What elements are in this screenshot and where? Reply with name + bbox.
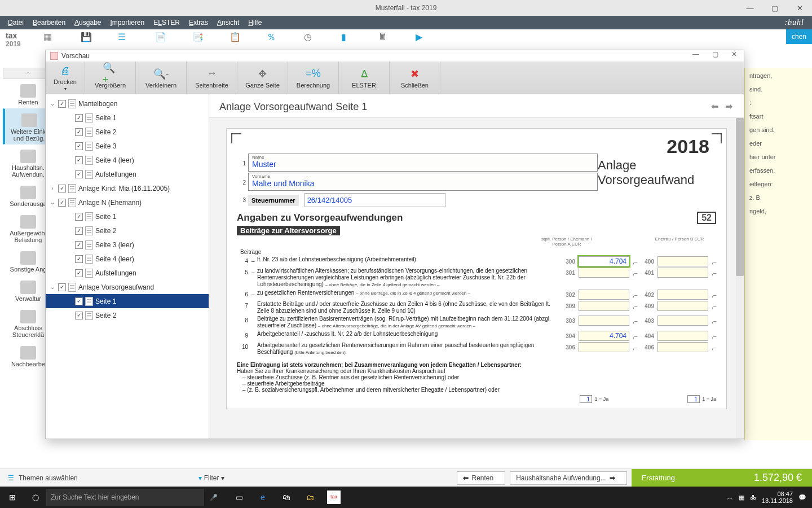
preview-minimize[interactable]: — [686,50,705,62]
anlage-heading: Anlage Vorsorgeaufwand [598,154,716,207]
edge-icon[interactable]: e [256,491,270,504]
tree-row[interactable]: ✓Seite 1 [46,111,209,125]
toolbar-search-button[interactable]: chen [786,29,812,44]
tray-app-icon[interactable]: ▦ [739,494,744,501]
preview-title-icon [50,52,58,60]
store-icon[interactable]: 🛍 [280,491,293,504]
toolbar-icon-percent[interactable]: ％ [267,32,281,44]
tree-row[interactable]: ⌄✓Anlage Vorsorgeaufwand [46,280,209,294]
tree-row[interactable]: ⌄✓Mantelbogen [46,97,209,111]
checkbox-icon[interactable]: ✓ [75,156,83,164]
menu-ausgabe[interactable]: Ausgabe [70,19,105,27]
ptb-full-page[interactable]: ✥Ganze Seite [237,62,288,94]
ptb-print[interactable]: 🖨Drucken▾ [46,62,85,94]
toolbar-icon-doc[interactable]: 📄 [155,32,170,44]
tree-row[interactable]: ✓Seite 2 [46,308,209,322]
checkbox-icon[interactable]: ✓ [75,128,83,136]
checkbox-icon[interactable]: ✓ [75,227,83,235]
maximize-button[interactable]: ▢ [762,0,787,16]
checkbox-icon[interactable]: ✓ [75,312,83,319]
tree-row[interactable]: ✓Seite 4 (leer) [46,252,209,266]
menu-datei[interactable]: Datei [3,19,28,27]
tree-row[interactable]: ✓Aufstellungen [46,167,209,181]
checkbox-icon[interactable]: ✓ [58,283,66,291]
document-wrap: Anlage Vorsorgeaufwand Seite 1 ⬅ ➡ 2018 … [209,94,744,439]
tray-notifications-icon[interactable]: 💬 [798,494,806,501]
amount-cell-a: 4.704 [579,331,629,341]
task-view-icon[interactable]: ▭ [232,491,246,504]
menu-elster[interactable]: ELSTER [149,19,184,27]
toolbar-icon-list[interactable]: ☰ [118,32,133,44]
ptb-calc[interactable]: =%Berechnung [288,62,339,94]
tray-chevron-icon[interactable]: ︿ [727,493,733,502]
tree-row[interactable]: ✓Seite 4 (leer) [46,153,209,167]
tray-network-icon[interactable]: 🖧 [750,494,756,501]
ptb-elster[interactable]: ⵠELSTER [339,62,390,94]
preview-tree[interactable]: ⌄✓Mantelbogen✓Seite 1✓Seite 2✓Seite 3✓Se… [46,94,209,439]
tree-row[interactable]: ✓Seite 3 (leer) [46,238,209,252]
preview-maximize[interactable]: ▢ [705,50,725,62]
taskbar-search[interactable]: Zur Suche Text hier eingeben [46,489,204,506]
tray-clock[interactable]: 08:47 13.11.2018 [762,491,793,504]
close-button[interactable]: ✕ [787,0,812,16]
checkbox-icon[interactable]: ✓ [75,170,83,178]
main-toolbar: tax2019 ▦ 💾 ☰ 📄 📑 📋 ％ ◷ ▮ 🖩 ▶ chen [0,29,812,50]
nav-back-button[interactable]: ⬅Renten [457,471,506,485]
checkbox-icon[interactable]: ✓ [58,185,66,192]
nav-forward-button[interactable]: Haushaltsnahe Aufwendung...➡ [510,471,626,485]
checkbox-icon[interactable]: ✓ [75,114,83,122]
checkbox-icon[interactable]: ✓ [75,213,83,221]
ptb-zoom-in[interactable]: 🔍+Vergrößern [85,62,136,94]
checkbox-icon[interactable]: ✓ [58,100,66,108]
start-button[interactable]: ⊞ [0,493,25,502]
tree-row[interactable]: ✓Seite 3 [46,139,209,153]
toolbar-icon-calc[interactable]: 🖩 [378,32,393,44]
form-line: 10Arbeitgeberanteil zu gesetzlichen Rent… [237,342,716,356]
tree-label: Anlage Kind: Mia (16.11.2005) [78,185,170,192]
menu-ansicht[interactable]: Ansicht [213,19,244,27]
checkbox-icon[interactable]: ✓ [75,142,83,150]
box-52: 52 [697,212,716,224]
document-title: Anlage Vorsorgeaufwand Seite 1 ⬅ ➡ [209,94,744,118]
tree-row[interactable]: ⌄✓Anlage N (Ehemann) [46,195,209,209]
mic-icon[interactable]: 🎤 [204,494,223,501]
tax-app-icon[interactable]: tax [327,491,341,504]
ptb-close[interactable]: ✖Schließen [390,62,440,94]
filter-button[interactable]: ▾ Filter ▾ [198,474,225,482]
document-scrollbar[interactable] [736,118,744,439]
cortana-icon[interactable]: ◯ [25,494,46,501]
tree-row[interactable]: ✓Seite 1 [46,294,209,308]
toolbar-icon-save[interactable]: 💾 [81,32,95,44]
themes-button[interactable]: ☰ Themen auswählen [0,474,86,482]
menu-extras[interactable]: Extras [184,19,213,27]
tree-row[interactable]: ✓Seite 2 [46,224,209,238]
menu-bearbeiten[interactable]: Bearbeiten [28,19,70,27]
ptb-page-width[interactable]: ↔Seitenbreite [187,62,237,94]
document-scroll[interactable]: 2018 1 Name Muster 2 [209,118,744,439]
tree-row[interactable]: ✓Aufstellungen [46,266,209,280]
minimize-button[interactable]: — [738,0,762,16]
doc-nav-arrows[interactable]: ⬅ ➡ [711,101,735,112]
checkbox-icon[interactable]: ✓ [58,199,66,207]
toolbar-icon-play[interactable]: ▶ [416,32,430,44]
tree-row[interactable]: ✓Seite 1 [46,209,209,224]
toolbar-icon-1[interactable]: ▦ [43,32,58,44]
checkbox-icon[interactable]: ✓ [75,255,83,263]
tree-label: Aufstellungen [95,269,136,277]
explorer-icon[interactable]: 🗂 [303,491,317,504]
toolbar-icon-gauge[interactable]: ◷ [304,32,319,44]
toolbar-icon-bar[interactable]: ▮ [341,32,356,44]
checkbox-icon[interactable]: ✓ [75,241,83,249]
ptb-zoom-out[interactable]: 🔍-Verkleinern [136,62,187,94]
preview-close[interactable]: ✕ [725,50,744,62]
checkbox-icon[interactable]: ✓ [75,297,83,305]
name-value: Muster [252,160,594,169]
menu-importieren[interactable]: Importieren [105,19,149,27]
toolbar-icon-check[interactable]: 📋 [230,32,244,44]
amount-cell-b [657,268,708,278]
menu-hilfe[interactable]: Hilfe [244,19,266,27]
tree-row[interactable]: ✓Seite 2 [46,125,209,139]
toolbar-icon-form[interactable]: 📑 [192,32,207,44]
checkbox-icon[interactable]: ✓ [75,269,83,277]
tree-row[interactable]: ›✓Anlage Kind: Mia (16.11.2005) [46,181,209,195]
